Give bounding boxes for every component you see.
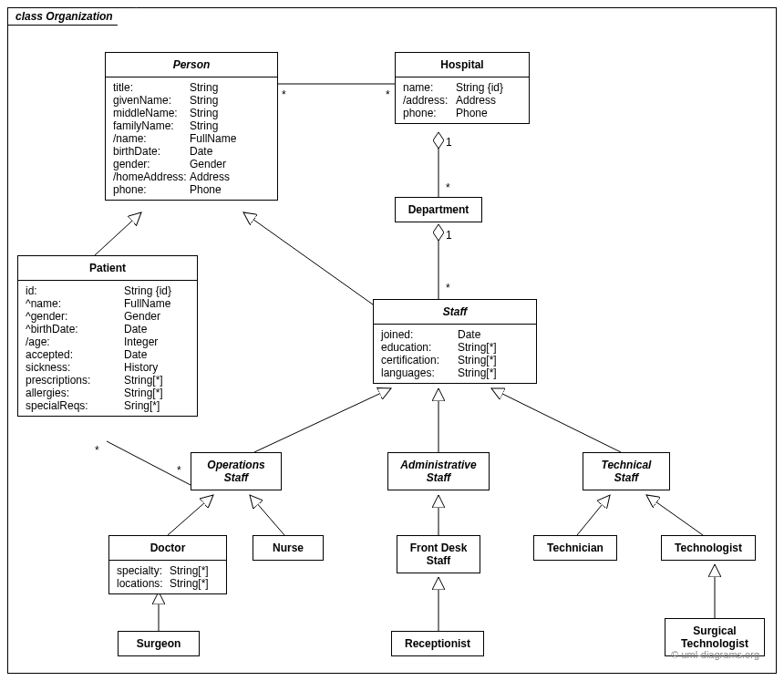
mult-hosp-dept-1: 1 — [446, 136, 452, 149]
class-technician-name: Technician — [534, 536, 616, 560]
svg-line-9 — [168, 495, 213, 535]
watermark: © uml-diagrams.org — [671, 649, 759, 660]
class-nurse-name: Nurse — [253, 536, 323, 560]
svg-line-7 — [491, 388, 621, 452]
class-receptionist-name: Receptionist — [392, 632, 483, 655]
class-doctor-name: Doctor — [109, 536, 226, 561]
class-operations-staff: Operations Staff — [191, 452, 282, 490]
class-patient-attrs: id:String {id} ^name:FullName ^gender:Ge… — [18, 281, 197, 416]
class-department-name: Department — [396, 198, 481, 222]
package-label: class Organization — [7, 7, 137, 26]
class-technologist: Technologist — [661, 535, 756, 561]
class-technician: Technician — [533, 535, 617, 561]
class-person: Person title:String givenName:String mid… — [105, 52, 278, 201]
class-staff: Staff joined:Date education:String[*] ce… — [373, 299, 537, 384]
mult-patient-ops-2: * — [177, 464, 181, 477]
mult-dept-staff-1: 1 — [446, 229, 452, 242]
class-patient: Patient id:String {id} ^name:FullName ^g… — [17, 255, 198, 417]
class-technical-staff-name: Technical Staff — [583, 453, 669, 490]
class-staff-attrs: joined:Date education:String[*] certific… — [374, 325, 536, 383]
class-hospital-name: Hospital — [396, 53, 529, 77]
class-surgeon-name: Surgeon — [119, 632, 199, 655]
class-hospital: Hospital name:String {id} /address:Addre… — [395, 52, 530, 124]
class-front-desk-staff: Front Desk Staff — [397, 535, 480, 573]
class-doctor-attrs: specialty:String[*] locations:String[*] — [109, 561, 226, 593]
package-frame: class Organization — [7, 7, 777, 674]
mult-patient-ops-1: * — [95, 444, 99, 457]
class-person-attrs: title:String givenName:String middleName… — [106, 77, 277, 200]
class-department: Department — [395, 197, 482, 222]
class-administrative-staff: Administrative Staff — [387, 452, 490, 490]
class-hospital-attrs: name:String {id} /address:Address phone:… — [396, 77, 529, 123]
svg-line-5 — [254, 388, 391, 452]
class-administrative-staff-name: Administrative Staff — [388, 453, 489, 490]
svg-line-10 — [250, 495, 284, 535]
svg-line-13 — [577, 495, 610, 535]
class-receptionist: Receptionist — [391, 631, 484, 656]
class-staff-name: Staff — [374, 300, 536, 325]
mult-dept-staff-star: * — [446, 282, 450, 294]
mult-person-hospital-left: * — [282, 88, 286, 101]
class-technologist-name: Technologist — [662, 536, 755, 560]
mult-hosp-dept-star: * — [446, 181, 450, 194]
svg-line-14 — [646, 495, 703, 535]
class-front-desk-staff-name: Front Desk Staff — [397, 536, 480, 573]
class-doctor: Doctor specialty:String[*] locations:Str… — [108, 535, 227, 594]
class-person-name: Person — [106, 53, 277, 77]
class-operations-staff-name: Operations Staff — [191, 453, 281, 490]
mult-person-hospital-right: * — [386, 88, 390, 101]
class-nurse: Nurse — [253, 535, 324, 561]
svg-line-3 — [95, 212, 141, 255]
svg-line-4 — [243, 212, 373, 304]
diagram-container: class Organization — [0, 0, 784, 681]
class-patient-name: Patient — [18, 256, 197, 281]
svg-line-8 — [107, 441, 191, 485]
class-technical-staff: Technical Staff — [583, 452, 670, 490]
class-surgeon: Surgeon — [118, 631, 200, 656]
